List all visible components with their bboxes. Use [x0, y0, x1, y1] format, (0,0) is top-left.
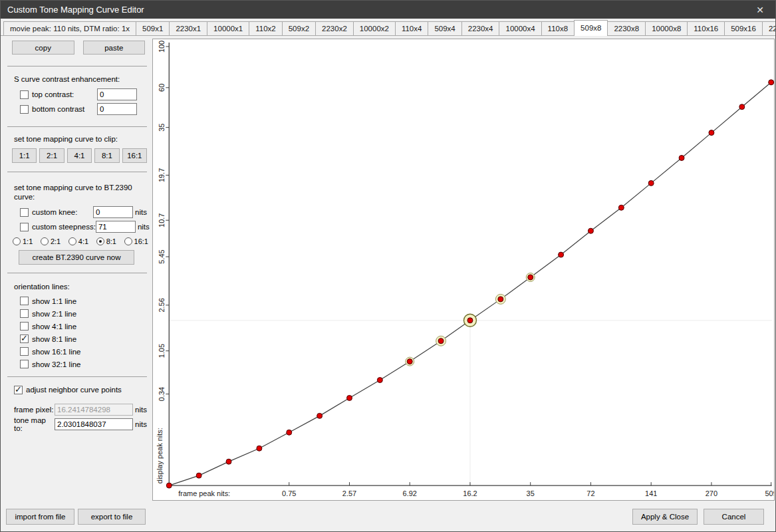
curve-point[interactable]	[407, 359, 412, 364]
clip-button-1-1[interactable]: 1:1	[12, 148, 37, 163]
curve-point[interactable]	[166, 483, 172, 488]
top-contrast-input[interactable]	[97, 88, 137, 100]
ratio-radio-8-1[interactable]: 8:1	[96, 237, 116, 245]
curve-point[interactable]	[648, 180, 654, 186]
tone-curve-chart[interactable]: 0.752.576.9216.23572141270509frame peak …	[152, 39, 775, 501]
clip-button-8-1[interactable]: 8:1	[94, 148, 119, 163]
tab-2230x2[interactable]: 2230x2	[315, 21, 354, 35]
title-bar[interactable]: Custom Tone Mapping Curve Editor ✕	[1, 1, 775, 19]
curve-point[interactable]	[498, 297, 503, 302]
curve-point[interactable]	[196, 473, 201, 478]
radio-icon[interactable]	[96, 237, 104, 245]
tone-map-row: tone map to: nits	[14, 418, 150, 431]
ratio-radio-1-1[interactable]: 1:1	[13, 237, 33, 245]
y-tick-label: 0.34	[158, 387, 166, 401]
import-button[interactable]: import from file	[6, 509, 74, 525]
neighbor-row: adjust neighbor curve points	[14, 383, 150, 396]
clip-button-16-1[interactable]: 16:1	[122, 148, 147, 163]
tab-509x8[interactable]: 509x8	[574, 20, 608, 36]
create-bt2390-button[interactable]: create BT.2390 curve now	[19, 250, 134, 265]
bottom-contrast-checkbox[interactable]	[20, 105, 29, 114]
tab-10000x8[interactable]: 10000x8	[645, 21, 688, 35]
clip-button-2-1[interactable]: 2:1	[39, 148, 64, 163]
copy-button[interactable]: copy	[12, 41, 74, 55]
dialog-content: copy paste S curve contrast enhancement:…	[1, 36, 775, 531]
tab-2230x4[interactable]: 2230x4	[461, 21, 500, 35]
apply-close-button[interactable]: Apply & Close	[632, 509, 698, 525]
close-icon[interactable]: ✕	[745, 1, 775, 19]
checkbox-icon[interactable]	[20, 360, 29, 368]
orientation-row-show-8-1-line[interactable]: show 8:1 line	[20, 332, 152, 345]
divider	[7, 273, 147, 273]
curve-point[interactable]	[559, 252, 564, 257]
curve-point[interactable]	[377, 378, 382, 383]
tab-509x4[interactable]: 509x4	[428, 21, 461, 35]
checkbox-icon[interactable]	[20, 297, 29, 305]
orientation-list: show 1:1 lineshow 2:1 lineshow 4:1 lines…	[1, 295, 152, 370]
curve-point[interactable]	[528, 275, 533, 280]
tab-2230x8[interactable]: 2230x8	[607, 21, 646, 35]
custom-steepness-input[interactable]	[96, 221, 136, 233]
tab-10000x2[interactable]: 10000x2	[353, 21, 396, 35]
divider	[7, 126, 147, 127]
ratio-radio-16-1[interactable]: 16:1	[124, 237, 148, 245]
curve-point[interactable]	[769, 80, 774, 85]
tab-2230x1[interactable]: 2230x1	[169, 21, 207, 35]
cancel-button[interactable]: Cancel	[704, 509, 764, 525]
y-tick-label: 60	[158, 84, 166, 92]
tone-map-input[interactable]	[55, 418, 133, 430]
checkbox-icon[interactable]	[20, 322, 29, 331]
orientation-row-show-32-1-line[interactable]: show 32:1 line	[20, 358, 152, 370]
checkbox-icon[interactable]	[20, 309, 29, 318]
orientation-row-show-16-1-line[interactable]: show 16:1 line	[20, 345, 152, 358]
radio-icon[interactable]	[68, 237, 76, 245]
tab-110x2[interactable]: 110x2	[249, 21, 282, 35]
checkbox-icon[interactable]	[20, 334, 29, 343]
tab-2230x16[interactable]: 2230x16	[762, 21, 776, 35]
curve-point[interactable]	[226, 459, 231, 464]
curve-point[interactable]	[317, 413, 323, 418]
bottom-contrast-input[interactable]	[97, 103, 137, 115]
tab-110x4[interactable]: 110x4	[395, 21, 428, 35]
top-contrast-checkbox[interactable]	[20, 90, 29, 99]
neighbor-checkbox[interactable]	[14, 386, 23, 394]
tab-110x16[interactable]: 110x16	[687, 21, 725, 35]
tab-509x1[interactable]: 509x1	[136, 21, 170, 35]
orientation-row-show-1-1-line[interactable]: show 1:1 line	[20, 295, 152, 307]
custom-knee-input[interactable]	[93, 206, 133, 218]
custom-knee-checkbox[interactable]	[20, 208, 29, 217]
orientation-row-show-4-1-line[interactable]: show 4:1 line	[20, 320, 152, 332]
orientation-row-show-2-1-line[interactable]: show 2:1 line	[20, 307, 152, 320]
radio-icon[interactable]	[41, 237, 49, 245]
tab-110x8[interactable]: 110x8	[541, 21, 575, 35]
bt2390-heading: set tone mapping curve to BT.2390 curve:	[14, 183, 152, 201]
tab-movie-peak-110-nits-dtm-ratio-1x[interactable]: movie peak: 110 nits, DTM ratio: 1x	[3, 21, 136, 35]
radio-icon[interactable]	[13, 237, 21, 245]
ratio-radio-2-1[interactable]: 2:1	[41, 237, 61, 245]
curve-point[interactable]	[347, 395, 352, 400]
curve-point[interactable]	[679, 155, 684, 160]
tab-509x2[interactable]: 509x2	[282, 21, 316, 35]
curve-point[interactable]	[257, 446, 262, 451]
custom-knee-row: custom knee: nits	[20, 205, 150, 219]
curve-point[interactable]	[287, 430, 292, 435]
clip-button-4-1[interactable]: 4:1	[67, 148, 92, 163]
paste-button[interactable]: paste	[83, 41, 146, 55]
tab-10000x1[interactable]: 10000x1	[207, 21, 249, 35]
tab-10000x4[interactable]: 10000x4	[499, 21, 541, 35]
curve-point[interactable]	[438, 338, 444, 344]
frame-pixel-unit: nits	[135, 406, 150, 414]
ratio-radio-4-1[interactable]: 4:1	[68, 237, 88, 245]
custom-knee-label: custom knee:	[32, 208, 77, 216]
curve-point[interactable]	[588, 228, 593, 233]
custom-steepness-checkbox[interactable]	[20, 223, 29, 231]
radio-icon[interactable]	[124, 237, 132, 245]
checkbox-icon[interactable]	[20, 347, 29, 356]
tab-509x16[interactable]: 509x16	[724, 21, 763, 35]
curve-point[interactable]	[739, 104, 745, 110]
curve-point[interactable]	[709, 130, 714, 136]
export-button[interactable]: export to file	[78, 509, 146, 525]
curve-point[interactable]	[618, 205, 624, 210]
curve-point-selected[interactable]	[467, 318, 473, 323]
x-tick-label: 2.57	[342, 489, 356, 497]
